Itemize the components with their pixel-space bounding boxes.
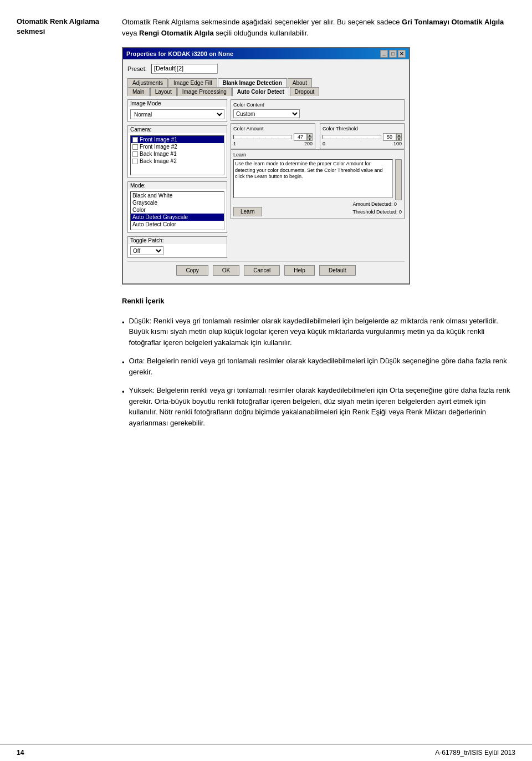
- image-mode-select[interactable]: Normal: [130, 109, 224, 119]
- threshold-slider-track[interactable]: ··········: [323, 135, 381, 139]
- dialog-panels: Image Mode Normal Camera:: [127, 99, 405, 261]
- camera-label-back2: Back Image #2: [140, 158, 177, 164]
- threshold-slider-container: ··········: [323, 135, 381, 139]
- tab-blank-image-detection[interactable]: Blank Image Detection: [218, 78, 287, 87]
- camera-checkbox-front2[interactable]: [132, 144, 138, 150]
- tab-adjustments[interactable]: Adjustments: [127, 78, 168, 87]
- tab-image-processing[interactable]: Image Processing: [177, 87, 232, 96]
- preset-input[interactable]: [Default][2]: [151, 64, 218, 74]
- bullet-yuksek: • Yüksek: Belgelerin renkli veya gri ton…: [122, 385, 515, 428]
- left-panel: Image Mode Normal Camera:: [127, 99, 227, 261]
- mode-item-color[interactable]: Color: [131, 206, 224, 214]
- amount-detected-row: Amount Detected: 0: [352, 200, 402, 208]
- bullet-dusuk: • Düşük: Renkli veya gri tonlamalı resim…: [122, 316, 515, 348]
- bullet-orta-term: Orta: [129, 357, 143, 365]
- threshold-value-input[interactable]: 50: [383, 133, 396, 141]
- color-amount-group: Color Amount ··········: [231, 123, 315, 149]
- dialog-footer: Copy OK Cancel Help Default: [127, 261, 405, 279]
- bullet-orta: • Orta: Belgelerin renkli veya gri tonla…: [122, 356, 515, 377]
- threshold-spin-down[interactable]: ▼: [396, 137, 402, 141]
- amount-range-labels: 1 200: [233, 141, 313, 146]
- right-panel: Color Content Custom Color Amount: [231, 99, 405, 261]
- learn-content: Use the learn mode to determine the prop…: [233, 159, 402, 200]
- default-button[interactable]: Default: [319, 265, 356, 276]
- camera-item-back1[interactable]: Back Image #1: [131, 150, 224, 158]
- camera-label-front2: Front Image #2: [140, 144, 177, 150]
- threshold-min-label: 0: [323, 141, 325, 146]
- dialog-title: Properties for KODAK i3200 on None: [126, 50, 233, 57]
- titlebar-buttons: _ □ ✕: [380, 50, 406, 58]
- amount-value-input[interactable]: 47: [294, 133, 307, 141]
- color-content-select[interactable]: Custom: [233, 109, 300, 118]
- mode-item-auto-color[interactable]: Auto Detect Color: [131, 221, 224, 228]
- detected-labels: Amount Detected: 0 Threshold Detected: 0: [352, 200, 402, 216]
- maximize-button[interactable]: □: [389, 50, 397, 58]
- toggle-select[interactable]: Off: [130, 246, 163, 255]
- mode-item-grayscale[interactable]: Grayscale: [131, 199, 224, 206]
- tab-about[interactable]: About: [288, 78, 312, 87]
- camera-checkbox-back1[interactable]: [132, 151, 138, 157]
- tab-dropout[interactable]: Dropout: [290, 87, 320, 96]
- tab-layout[interactable]: Layout: [150, 87, 177, 96]
- threshold-max-label: 100: [393, 141, 402, 146]
- learn-group-label: Learn: [233, 152, 402, 158]
- learn-text-container: Use the learn mode to determine the prop…: [233, 159, 393, 200]
- page-footer: 14 A-61789_tr/ISIS Eylül 2013: [0, 744, 532, 761]
- learn-row: Learn Amount Detected: 0 Threshold Detec…: [233, 200, 402, 216]
- threshold-detected-value: 0: [399, 209, 402, 215]
- camera-label-back1: Back Image #1: [140, 151, 177, 157]
- camera-item-back2[interactable]: Back Image #2: [131, 158, 224, 165]
- camera-checkbox-back2[interactable]: [132, 159, 138, 164]
- mode-content: Black and White Grayscale Color Auto Det…: [128, 189, 227, 232]
- learn-scrollbar[interactable]: [395, 159, 402, 200]
- page-container: Otomatik Renk Algılama sekmesi Otomatik …: [0, 0, 532, 761]
- amount-slider-track[interactable]: ··········: [233, 135, 292, 139]
- camera-title: Camera:: [128, 126, 227, 133]
- threshold-spin-up[interactable]: ▲: [396, 133, 402, 137]
- cancel-button[interactable]: Cancel: [244, 265, 280, 276]
- right-column: Otomatik Renk Algılama sekmesinde aşağıd…: [122, 17, 515, 733]
- bullet-dot-dusuk: •: [122, 317, 125, 348]
- tab-auto-color-detect[interactable]: Auto Color Detect: [232, 87, 289, 96]
- renkli-icerik-section: Renkli İçerik: [122, 296, 515, 307]
- left-column: Otomatik Renk Algılama sekmesi: [17, 17, 105, 733]
- camera-group: Camera: Front Image #1: [127, 125, 227, 178]
- close-button[interactable]: ✕: [398, 50, 406, 58]
- footer-doc-ref: A-61789_tr/ISIS Eylül 2013: [435, 749, 515, 757]
- camera-item-front1[interactable]: Front Image #1: [131, 136, 224, 143]
- learn-button[interactable]: Learn: [233, 207, 262, 216]
- amount-slider-container: ··········: [233, 135, 292, 139]
- amount-spin-up[interactable]: ▲: [307, 133, 313, 137]
- threshold-detected-row: Threshold Detected: 0: [352, 208, 402, 216]
- help-button[interactable]: Help: [284, 265, 315, 276]
- tab-image-edge-fill[interactable]: Image Edge Fill: [168, 78, 217, 87]
- camera-list: Front Image #1 Front Image #2: [130, 135, 224, 175]
- color-amount-label: Color Amount: [233, 126, 313, 131]
- intro-text-1: Otomatik Renk Algılama sekmesinde aşağıd…: [122, 18, 402, 26]
- learn-group: Learn Use the learn mode to determine th…: [231, 149, 405, 219]
- copy-button[interactable]: Copy: [176, 265, 208, 276]
- bullet-yuksek-term: Yüksek: [129, 386, 153, 394]
- learn-text-area: Use the learn mode to determine the prop…: [233, 159, 393, 198]
- threshold-detected-label: Threshold Detected:: [352, 209, 397, 215]
- bullet-yuksek-text: Yüksek: Belgelerin renkli veya gri tonla…: [129, 385, 515, 428]
- amount-slider-row: ·········· 47 ▲ ▼: [233, 133, 313, 141]
- bullet-dusuk-text: Düşük: Renkli veya gri tonlamalı resimle…: [129, 316, 515, 348]
- mode-item-auto-gray[interactable]: Auto Detect Grayscale: [131, 214, 224, 221]
- dialog-body: Preset: [Default][2] Adjustments Image E…: [123, 59, 409, 283]
- ok-button[interactable]: OK: [213, 265, 239, 276]
- camera-item-front2[interactable]: Front Image #2: [131, 143, 224, 150]
- tab-main[interactable]: Main: [127, 87, 150, 96]
- color-threshold-label: Color Threshold: [323, 126, 402, 131]
- threshold-slider-row: ·········· 50 ▲ ▼: [323, 133, 402, 141]
- bullet-orta-body: Belgelerin renkli veya gri tonlamalı res…: [129, 357, 507, 376]
- mode-item-bw[interactable]: Black and White: [131, 192, 224, 199]
- camera-checkbox-front1[interactable]: [132, 137, 138, 143]
- minimize-button[interactable]: _: [380, 50, 388, 58]
- amount-spin-down[interactable]: ▼: [307, 137, 313, 141]
- color-threshold-group: Color Threshold ··········: [320, 123, 405, 149]
- amount-detected-label: Amount Detected:: [352, 201, 392, 207]
- intro-text-3: seçili olduğunda kullanılabilir.: [214, 29, 309, 37]
- amount-max-label: 200: [304, 141, 313, 146]
- intro-text-2: veya: [122, 29, 139, 37]
